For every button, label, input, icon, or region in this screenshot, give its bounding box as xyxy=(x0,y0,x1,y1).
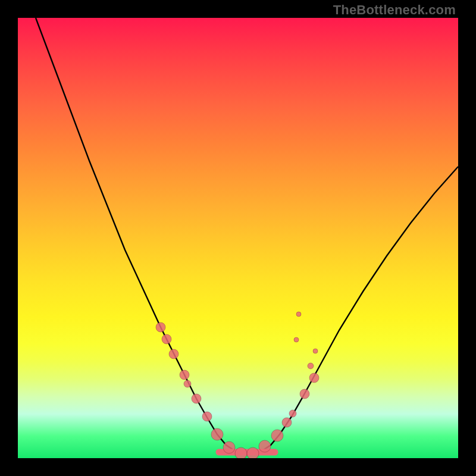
data-marker xyxy=(300,389,309,399)
data-marker xyxy=(294,337,299,342)
data-marker xyxy=(235,447,247,458)
data-marker xyxy=(313,349,318,353)
data-marker xyxy=(180,370,189,380)
data-marker xyxy=(184,380,191,387)
data-marker xyxy=(247,447,259,458)
data-marker xyxy=(309,373,319,383)
data-marker xyxy=(156,322,165,332)
data-marker xyxy=(169,349,178,359)
watermark-text: TheBottleneck.com xyxy=(333,2,456,18)
data-marker xyxy=(259,440,271,452)
data-marker xyxy=(289,410,296,417)
plot-area xyxy=(18,18,458,458)
data-marker xyxy=(282,418,292,427)
chart-frame: TheBottleneck.com xyxy=(0,0,476,476)
data-marker xyxy=(308,363,314,369)
data-marker xyxy=(192,394,201,403)
data-marker xyxy=(211,428,223,440)
main-curve-path xyxy=(36,18,458,453)
data-marker xyxy=(162,334,171,344)
curve-svg xyxy=(18,18,458,458)
markers-group xyxy=(156,312,319,458)
data-marker xyxy=(202,412,212,421)
data-marker xyxy=(223,441,235,453)
data-marker xyxy=(296,312,301,317)
data-marker xyxy=(271,430,283,441)
